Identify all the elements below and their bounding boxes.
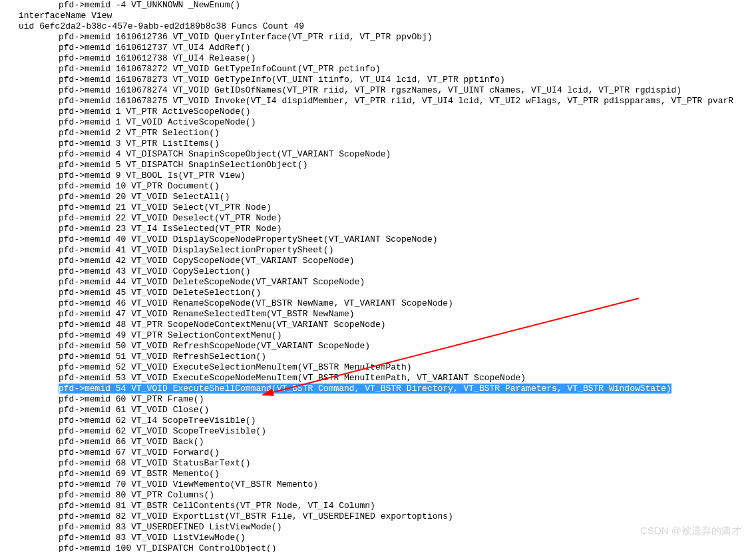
code-line[interactable]: pfd->memid 1 VT_PTR ActiveScopeNode() <box>0 107 756 117</box>
code-text[interactable]: pfd->memid 61 VT_VOID Close() <box>59 405 209 415</box>
code-line[interactable]: pfd->memid 1610612738 VT_UI4 Release() <box>0 53 756 64</box>
code-line[interactable]: pfd->memid 66 VT_VOID Back() <box>0 437 756 447</box>
code-text[interactable]: pfd->memid 62 VT_I4 ScopeTreeVisible() <box>59 415 256 425</box>
code-line[interactable]: pfd->memid 62 VT_I4 ScopeTreeVisible() <box>0 415 756 426</box>
code-line[interactable]: pfd->memid 22 VT_VOID Deselect(VT_PTR No… <box>0 213 756 224</box>
code-line[interactable]: pfd->memid 83 VT_VOID ListViewMode() <box>0 533 756 543</box>
code-text[interactable]: pfd->memid 23 VT_I4 IsSelected(VT_PTR No… <box>59 224 282 234</box>
code-text[interactable]: pfd->memid 44 VT_VOID DeleteScopeNode(VT… <box>59 277 365 287</box>
code-text[interactable]: pfd->memid 45 VT_VOID DeleteSelection() <box>59 288 261 298</box>
code-line[interactable]: pfd->memid 61 VT_VOID Close() <box>0 405 756 415</box>
code-text[interactable]: pfd->memid 62 VT_VOID ScopeTreeVisible() <box>59 426 266 436</box>
code-line[interactable]: pfd->memid 68 VT_VOID StatusBarText() <box>0 458 756 469</box>
code-text[interactable]: pfd->memid 53 VT_VOID ExecuteScopeNodeMe… <box>59 373 526 383</box>
code-text[interactable]: pfd->memid 70 VT_VOID ViewMemento(VT_BST… <box>59 479 318 489</box>
code-line[interactable]: pfd->memid 1610678275 VT_VOID Invoke(VT_… <box>0 96 756 107</box>
code-text[interactable]: pfd->memid 22 VT_VOID Deselect(VT_PTR No… <box>59 213 282 223</box>
code-text[interactable]: pfd->memid 47 VT_VOID RenameSelectedItem… <box>59 309 355 319</box>
code-line[interactable]: pfd->memid 81 VT_BSTR CellContents(VT_PT… <box>0 501 756 511</box>
code-text[interactable]: pfd->memid 42 VT_VOID CopyScopeNode(VT_V… <box>59 256 355 266</box>
code-text[interactable]: pfd->memid 1610678273 VT_VOID GetTypeInf… <box>59 75 505 85</box>
code-text[interactable]: pfd->memid 67 VT_VOID Forward() <box>59 447 220 457</box>
code-text[interactable]: pfd->memid 49 VT_PTR SelectionContextMen… <box>59 330 282 340</box>
code-text[interactable]: pfd->memid 60 VT_PTR Frame() <box>59 394 204 404</box>
code-line[interactable]: pfd->memid 52 VT_VOID ExecuteSelectionMe… <box>0 362 756 373</box>
code-line[interactable]: pfd->memid 49 VT_PTR SelectionContextMen… <box>0 330 756 341</box>
code-text[interactable]: pfd->memid 10 VT_PTR Document() <box>59 181 220 191</box>
code-line[interactable]: pfd->memid 46 VT_VOID RenameScopeNode(VT… <box>0 298 756 309</box>
code-line[interactable]: pfd->memid 42 VT_VOID CopyScopeNode(VT_V… <box>0 256 756 266</box>
code-text[interactable]: pfd->memid 1610612738 VT_UI4 Release() <box>59 53 256 63</box>
code-text[interactable]: pfd->memid 21 VT_VOID Select(VT_PTR Node… <box>59 202 272 212</box>
code-line[interactable]: pfd->memid 50 VT_VOID RefreshScopeNode(V… <box>0 341 756 352</box>
code-line[interactable]: pfd->memid 5 VT_DISPATCH SnapinSelection… <box>0 160 756 170</box>
code-text[interactable]: pfd->memid 50 VT_VOID RefreshScopeNode(V… <box>59 341 370 351</box>
code-text[interactable]: pfd->memid 83 VT_USERDEFINED ListViewMod… <box>59 522 282 532</box>
code-line[interactable]: interfaceName View <box>0 11 756 21</box>
code-line[interactable]: pfd->memid 1 VT_VOID ActiveScopeNode() <box>0 117 756 128</box>
code-line-selected[interactable]: pfd->memid 54 VT_VOID ExecuteShellComman… <box>0 384 756 394</box>
code-text[interactable]: pfd->memid 40 VT_VOID DisplayScopeNodePr… <box>59 234 438 244</box>
code-text[interactable]: pfd->memid 4 VT_DISPATCH SnapinScopeObje… <box>59 149 391 159</box>
code-lines[interactable]: pfd->memid -4 VT_UNKNOWN _NewEnum()inter… <box>0 0 756 552</box>
code-line[interactable]: pfd->memid 53 VT_VOID ExecuteScopeNodeMe… <box>0 373 756 384</box>
code-text[interactable]: pfd->memid 2 VT_PTR Selection() <box>59 128 220 138</box>
code-line[interactable]: pfd->memid 9 VT_BOOL Is(VT_PTR View) <box>0 170 756 181</box>
code-line[interactable]: pfd->memid 40 VT_VOID DisplayScopeNodePr… <box>0 234 756 245</box>
code-line[interactable]: pfd->memid 100 VT_DISPATCH ControlObject… <box>0 543 756 552</box>
code-text[interactable]: pfd->memid 46 VT_VOID RenameScopeNode(VT… <box>59 298 453 308</box>
code-text[interactable]: pfd->memid 1610678274 VT_VOID GetIDsOfNa… <box>59 85 681 95</box>
code-line[interactable]: pfd->memid 67 VT_VOID Forward() <box>0 447 756 458</box>
code-text[interactable]: pfd->memid 48 VT_PTR ScopeNodeContextMen… <box>59 320 385 330</box>
code-text[interactable]: pfd->memid 1610612736 VT_VOID QueryInter… <box>59 32 433 42</box>
code-viewport[interactable]: pfd->memid -4 VT_UNKNOWN _NewEnum()inter… <box>0 0 756 552</box>
code-text[interactable]: pfd->memid 51 VT_VOID RefreshSelection() <box>59 352 266 362</box>
code-line[interactable]: pfd->memid 47 VT_VOID RenameSelectedItem… <box>0 309 756 320</box>
code-line[interactable]: pfd->memid 62 VT_VOID ScopeTreeVisible() <box>0 426 756 437</box>
code-line[interactable]: pfd->memid 41 VT_VOID DisplaySelectionPr… <box>0 245 756 256</box>
code-text[interactable]: pfd->memid 83 VT_VOID ListViewMode() <box>59 533 246 543</box>
code-text[interactable]: pfd->memid 1610612737 VT_UI4 AddRef() <box>59 43 251 53</box>
code-line[interactable]: pfd->memid 1610612736 VT_VOID QueryInter… <box>0 32 756 43</box>
code-text[interactable]: pfd->memid 100 VT_DISPATCH ControlObject… <box>59 543 277 552</box>
code-line[interactable]: pfd->memid 1610678274 VT_VOID GetIDsOfNa… <box>0 85 756 96</box>
code-line[interactable]: pfd->memid 10 VT_PTR Document() <box>0 181 756 192</box>
code-line[interactable]: pfd->memid 70 VT_VOID ViewMemento(VT_BST… <box>0 479 756 490</box>
code-line[interactable]: pfd->memid 51 VT_VOID RefreshSelection() <box>0 352 756 362</box>
code-text[interactable]: pfd->memid 54 VT_VOID ExecuteShellComman… <box>59 384 671 394</box>
code-line[interactable]: pfd->memid 23 VT_I4 IsSelected(VT_PTR No… <box>0 224 756 234</box>
code-text[interactable]: pfd->memid 81 VT_BSTR CellContents(VT_PT… <box>59 501 375 511</box>
code-text[interactable]: interfaceName View <box>19 11 112 21</box>
code-line[interactable]: pfd->memid 80 VT_PTR Columns() <box>0 490 756 501</box>
code-line[interactable]: pfd->memid 43 VT_VOID CopySelection() <box>0 266 756 277</box>
code-line[interactable]: pfd->memid 4 VT_DISPATCH SnapinScopeObje… <box>0 149 756 160</box>
code-line[interactable]: pfd->memid 1610678273 VT_VOID GetTypeInf… <box>0 75 756 85</box>
code-line[interactable]: pfd->memid 20 VT_VOID SelectAll() <box>0 192 756 202</box>
code-text[interactable]: pfd->memid 41 VT_VOID DisplaySelectionPr… <box>59 245 333 255</box>
code-line[interactable]: pfd->memid 21 VT_VOID Select(VT_PTR Node… <box>0 202 756 213</box>
code-text[interactable]: pfd->memid 69 VT_BSTR Memento() <box>59 469 220 479</box>
code-line[interactable]: pfd->memid 48 VT_PTR ScopeNodeContextMen… <box>0 320 756 330</box>
code-line[interactable]: pfd->memid 45 VT_VOID DeleteSelection() <box>0 288 756 298</box>
code-text[interactable]: uid 6efc2da2-b38c-457e-9abb-ed2d189b8c38… <box>19 21 304 31</box>
code-line[interactable]: pfd->memid 69 VT_BSTR Memento() <box>0 469 756 479</box>
code-line[interactable]: pfd->memid 1610612737 VT_UI4 AddRef() <box>0 43 756 53</box>
code-line[interactable]: uid 6efc2da2-b38c-457e-9abb-ed2d189b8c38… <box>0 21 756 32</box>
code-text[interactable]: pfd->memid 80 VT_PTR Columns() <box>59 490 214 500</box>
code-text[interactable]: pfd->memid 52 VT_VOID ExecuteSelectionMe… <box>59 362 412 372</box>
code-line[interactable]: pfd->memid 3 VT_PTR ListItems() <box>0 138 756 149</box>
code-text[interactable]: pfd->memid 82 VT_VOID ExportList(VT_BSTR… <box>59 511 453 521</box>
code-text[interactable]: pfd->memid 1 VT_VOID ActiveScopeNode() <box>59 117 256 127</box>
code-text[interactable]: pfd->memid 66 VT_VOID Back() <box>59 437 204 447</box>
code-text[interactable]: pfd->memid 20 VT_VOID SelectAll() <box>59 192 230 202</box>
code-text[interactable]: pfd->memid 5 VT_DISPATCH SnapinSelection… <box>59 160 307 170</box>
code-text[interactable]: pfd->memid 9 VT_BOOL Is(VT_PTR View) <box>59 170 246 180</box>
code-line[interactable]: pfd->memid 44 VT_VOID DeleteScopeNode(VT… <box>0 277 756 288</box>
code-text[interactable]: pfd->memid 3 VT_PTR ListItems() <box>59 138 220 148</box>
code-text[interactable]: pfd->memid 68 VT_VOID StatusBarText() <box>59 458 251 468</box>
code-line[interactable]: pfd->memid 60 VT_PTR Frame() <box>0 394 756 405</box>
code-text[interactable]: pfd->memid 43 VT_VOID CopySelection() <box>59 266 251 276</box>
code-line[interactable]: pfd->memid 2 VT_PTR Selection() <box>0 128 756 138</box>
code-line[interactable]: pfd->memid 1610678272 VT_VOID GetTypeInf… <box>0 64 756 75</box>
code-text[interactable]: pfd->memid 1610678275 VT_VOID Invoke(VT_… <box>59 96 733 106</box>
